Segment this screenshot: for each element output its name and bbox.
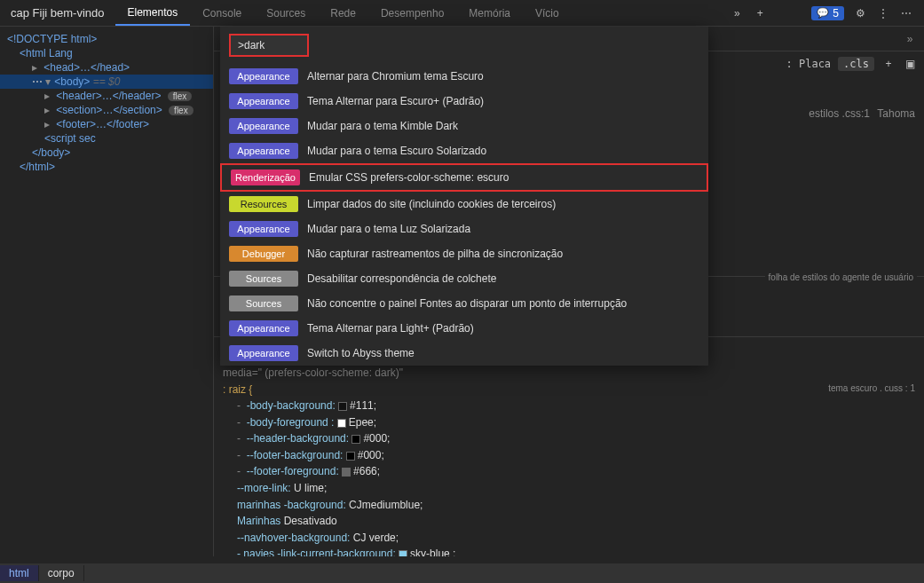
command-item[interactable]: AppearanceMudar para o tema Kimble Dark xyxy=(220,114,708,138)
media-query: media=" (prefers-color-scheme: dark)" xyxy=(223,365,915,382)
dom-node[interactable]: ▸ <section>…</section> flex xyxy=(0,103,213,117)
plus-icon[interactable]: + xyxy=(753,6,767,20)
command-item[interactable]: AppearanceMudar para o tema Luz Solariza… xyxy=(220,217,708,241)
command-text: Desabilitar correspondência de colchete xyxy=(307,272,496,285)
command-text: Não concentre o painel Fontes ao dispara… xyxy=(307,297,627,310)
command-text: Emular CSS prefers-color-scheme: escuro xyxy=(309,171,509,184)
cls-toggle[interactable]: .cls xyxy=(838,57,874,71)
tab-network[interactable]: Rede xyxy=(318,0,368,26)
tab-elements[interactable]: Elementos xyxy=(115,0,191,26)
dom-node[interactable]: </body> xyxy=(0,146,213,160)
dom-node[interactable]: <!DOCTYPE html> xyxy=(0,32,213,46)
gear-icon[interactable]: ⚙ xyxy=(853,6,867,20)
css-variable[interactable]: --navhover-background: CJ verde; xyxy=(237,530,915,547)
breadcrumb: html corpo xyxy=(0,563,924,583)
tab-sources[interactable]: Sources xyxy=(254,0,318,26)
tab-performance[interactable]: Desempenho xyxy=(368,0,456,26)
dom-node[interactable]: <html Lang xyxy=(0,46,213,60)
category-badge: Appearance xyxy=(229,118,298,134)
box-icon[interactable]: ▣ xyxy=(903,57,917,71)
command-item[interactable]: SourcesDesabilitar correspondência de co… xyxy=(220,266,708,291)
command-item[interactable]: AppearanceMudar para o tema Escuro Solar… xyxy=(220,138,708,163)
command-item[interactable]: ResourcesLimpar dados do site (incluindo… xyxy=(220,192,708,217)
crumb-html[interactable]: html xyxy=(0,565,39,581)
category-badge: Appearance xyxy=(229,320,298,336)
command-palette: AppearanceAlternar para Chromium tema Es… xyxy=(220,27,708,366)
chevrons-icon[interactable]: » xyxy=(730,6,744,20)
tab-memory[interactable]: Memória xyxy=(456,0,523,26)
panel-tabs: Elementos Console Sources Rede Desempenh… xyxy=(115,0,572,26)
css-variable[interactable]: - -body-background: #111; xyxy=(237,398,915,414)
filter-label: : Placa xyxy=(786,58,832,70)
dom-node[interactable]: ▸ <header>…</header> flex xyxy=(0,89,213,103)
command-text: Mudar para o tema Luz Solarizada xyxy=(307,223,470,235)
css-variable[interactable]: marinhas -background: CJmediumblue; xyxy=(237,497,915,514)
css-variable[interactable]: - --footer-foreground: #666; xyxy=(237,463,915,480)
rule-selector: : raiz { xyxy=(223,382,252,398)
command-text: Switch to Abyss theme xyxy=(307,347,415,359)
dom-node[interactable]: ⋯ ▾<body> == $0 xyxy=(0,75,213,89)
crumb-body[interactable]: corpo xyxy=(39,565,84,581)
css-variable[interactable]: Marinhas Desativado xyxy=(237,513,915,530)
dom-node[interactable]: ▸ <head>…</head> xyxy=(0,60,213,75)
dom-node[interactable]: ▸ <footer>…</footer> xyxy=(0,117,213,131)
tab-console[interactable]: Console xyxy=(190,0,254,26)
source-link[interactable]: tema escuro . cuss : 1 xyxy=(828,382,915,398)
category-badge: Appearance xyxy=(229,345,298,361)
top-toolbar: cap Fiji bem-vindo Elementos Console Sou… xyxy=(0,0,924,27)
category-badge: Appearance xyxy=(229,68,298,84)
category-badge: Sources xyxy=(229,271,298,287)
command-text: Limpar dados do site (incluindo cookies … xyxy=(307,198,556,210)
command-text: Não capturar rastreamentos de pilha de s… xyxy=(307,248,563,260)
command-item[interactable]: AppearanceTema Alternar para Light+ (Pad… xyxy=(220,316,708,341)
css-variable[interactable]: - --footer-background: #000; xyxy=(237,447,915,464)
command-item[interactable]: AppearanceSwitch to Abyss theme xyxy=(220,341,708,366)
css-variable[interactable]: - -body-foreground : Epee; xyxy=(237,414,915,431)
more-icon[interactable]: ⋯ xyxy=(899,6,913,20)
category-badge: Appearance xyxy=(229,93,298,109)
css-variable[interactable]: - navies -link-current-background: sky-b… xyxy=(237,546,915,556)
category-badge: Renderização xyxy=(231,169,300,185)
chevrons-icon[interactable]: » xyxy=(903,32,917,46)
command-input[interactable] xyxy=(229,34,309,57)
command-item[interactable]: AppearanceTema Alternar para Escuro+ (Pa… xyxy=(220,89,708,114)
command-text: Tema Alternar para Escuro+ (Padrão) xyxy=(307,95,484,107)
command-text: Mudar para o tema Escuro Solarizado xyxy=(307,145,486,157)
badge-count: 5 xyxy=(833,7,839,20)
command-text: Mudar para o tema Kimble Dark xyxy=(307,120,458,132)
command-text: Alternar para Chromium tema Escuro xyxy=(307,70,484,83)
command-text: Tema Alternar para Light+ (Padrão) xyxy=(307,322,474,335)
category-badge: Sources xyxy=(229,295,298,311)
agent-stylesheet-label: folha de estilos do agente de usuário xyxy=(765,271,917,285)
plus-icon[interactable]: + xyxy=(881,57,896,71)
command-list: AppearanceAlternar para Chromium tema Es… xyxy=(220,64,708,366)
dom-node[interactable]: </html> xyxy=(0,160,213,174)
tab-application[interactable]: Vício xyxy=(523,0,572,26)
category-badge: Appearance xyxy=(229,221,298,237)
issues-badge[interactable]: 💬 5 xyxy=(811,6,844,20)
command-item[interactable]: RenderizaçãoEmular CSS prefers-color-sch… xyxy=(220,163,708,192)
category-badge: Appearance xyxy=(229,143,298,159)
dom-tree[interactable]: <!DOCTYPE html><html Lang▸ <head>…</head… xyxy=(0,27,213,556)
dom-node[interactable]: <script sec xyxy=(0,131,213,146)
css-variable[interactable]: - --header-background: #000; xyxy=(237,430,915,447)
css-variable[interactable]: --more-link: U lime; xyxy=(237,480,915,497)
command-item[interactable]: AppearanceAlternar para Chromium tema Es… xyxy=(220,64,708,89)
category-badge: Resources xyxy=(229,196,298,212)
menu-icon[interactable]: ⋮ xyxy=(876,6,890,20)
page-title: cap Fiji bem-vindo xyxy=(0,6,115,20)
command-item[interactable]: SourcesNão concentre o painel Fontes ao … xyxy=(220,291,708,316)
category-badge: Debugger xyxy=(229,246,298,262)
command-item[interactable]: DebuggerNão capturar rastreamentos de pi… xyxy=(220,241,708,266)
